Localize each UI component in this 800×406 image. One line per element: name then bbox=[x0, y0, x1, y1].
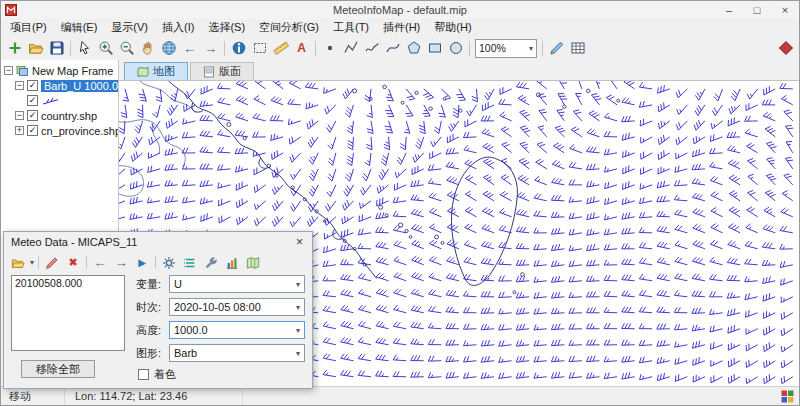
tab-map-label: 地图 bbox=[153, 64, 175, 79]
menu-item-spatial-analysis[interactable]: 空间分析(G) bbox=[252, 19, 326, 36]
maximize-button[interactable]: □ bbox=[743, 1, 771, 19]
menu-item-insert[interactable]: 插入(I) bbox=[155, 19, 201, 36]
zoom-scale-value: 100% bbox=[479, 42, 506, 54]
selection-rectangle-icon bbox=[252, 40, 268, 56]
expander-icon[interactable]: − bbox=[15, 81, 24, 90]
toolbar-separator bbox=[542, 41, 543, 56]
map-layer-button[interactable] bbox=[244, 254, 262, 272]
menu-item-selection[interactable]: 选择(S) bbox=[201, 19, 252, 36]
menu-item-help[interactable]: 帮助(H) bbox=[427, 19, 478, 36]
map-icon bbox=[246, 256, 260, 270]
pan-button[interactable] bbox=[137, 38, 158, 59]
menu-item-plugins[interactable]: 插件(H) bbox=[376, 19, 427, 36]
full-extent-button[interactable] bbox=[158, 38, 179, 59]
layer-checkbox[interactable]: ✓ bbox=[27, 110, 38, 121]
menu-item-edit[interactable]: 编辑(E) bbox=[54, 19, 105, 36]
tree-root-row[interactable]: − New Map Frame bbox=[4, 63, 118, 78]
layers-grid-icon[interactable] bbox=[781, 390, 794, 403]
plugin-button[interactable] bbox=[775, 38, 796, 59]
dialog-title-bar[interactable]: Meteo Data - MICAPS_11 × bbox=[4, 232, 312, 252]
edit-vertices-button[interactable] bbox=[546, 38, 567, 59]
legend-checkbox[interactable]: ✓ bbox=[27, 95, 38, 106]
next-time-button[interactable]: → bbox=[112, 254, 130, 272]
open-project-button[interactable] bbox=[25, 38, 46, 59]
graphic-label: 图形: bbox=[136, 346, 169, 361]
new-curve-button[interactable] bbox=[382, 38, 403, 59]
chevron-down-icon[interactable]: ▾ bbox=[30, 258, 34, 267]
menu-item-view[interactable]: 显示(V) bbox=[104, 19, 155, 36]
layer-row-barb[interactable]: − ✓ Barb_U 1000.0 2020-1 bbox=[4, 78, 118, 93]
menu-item-project[interactable]: 项目(P) bbox=[3, 19, 54, 36]
remove-all-button[interactable]: 移除全部 bbox=[21, 360, 95, 378]
label-button[interactable]: A bbox=[291, 38, 312, 59]
dialog-close-button[interactable]: × bbox=[294, 235, 305, 249]
clear-graphics-button[interactable]: ✖ bbox=[64, 254, 82, 272]
attribute-table-button[interactable] bbox=[567, 38, 588, 59]
new-freehand-button[interactable] bbox=[361, 38, 382, 59]
zoom-next-button[interactable]: → bbox=[200, 38, 221, 59]
chart-button[interactable] bbox=[223, 254, 241, 272]
toolbar-separator bbox=[315, 41, 316, 56]
new-point-button[interactable] bbox=[319, 38, 340, 59]
cursor-icon bbox=[77, 40, 93, 56]
select-element-button[interactable] bbox=[74, 38, 95, 59]
open-data-button[interactable] bbox=[9, 254, 27, 272]
new-polyline-button[interactable] bbox=[340, 38, 361, 59]
settings-button[interactable] bbox=[160, 254, 178, 272]
status-coordinates: Lon: 114.72; Lat: 23.46 bbox=[75, 390, 187, 402]
chevron-down-icon: ▾ bbox=[296, 326, 300, 335]
zoom-in-icon bbox=[98, 40, 114, 56]
minimize-button[interactable]: – bbox=[715, 1, 743, 19]
new-circle-button[interactable] bbox=[445, 38, 466, 59]
expander-icon[interactable]: − bbox=[15, 111, 24, 120]
zoom-previous-button[interactable]: ← bbox=[179, 38, 200, 59]
layer-label[interactable]: cn_province.shp bbox=[41, 125, 118, 137]
animate-button[interactable]: ▶ bbox=[133, 254, 151, 272]
identify-button[interactable] bbox=[228, 38, 249, 59]
shading-checkbox[interactable] bbox=[138, 369, 149, 380]
measure-button[interactable] bbox=[270, 38, 291, 59]
add-layer-button[interactable] bbox=[4, 38, 25, 59]
layer-row-province[interactable]: + ✓ cn_province.shp bbox=[4, 123, 118, 138]
variable-select[interactable]: U ▾ bbox=[169, 275, 305, 293]
zoom-out-icon bbox=[119, 40, 135, 56]
map-frame-icon bbox=[16, 65, 29, 77]
gear-icon bbox=[162, 256, 176, 270]
layer-legend-row[interactable]: ✓ bbox=[4, 93, 118, 108]
file-list-item[interactable]: 20100508.000 bbox=[15, 277, 121, 290]
dialog-title: Meteo Data - MICAPS_11 bbox=[11, 236, 294, 248]
tools-button[interactable] bbox=[202, 254, 220, 272]
time-label: 时次: bbox=[136, 300, 169, 315]
layer-row-country[interactable]: − ✓ country.shp bbox=[4, 108, 118, 123]
previous-time-button[interactable]: ← bbox=[91, 254, 109, 272]
layer-checkbox[interactable]: ✓ bbox=[27, 80, 38, 91]
layer-label-selected[interactable]: Barb_U 1000.0 2020-1 bbox=[41, 80, 118, 92]
graphic-select[interactable]: Barb ▾ bbox=[169, 344, 305, 362]
zoom-in-button[interactable] bbox=[95, 38, 116, 59]
zoom-out-button[interactable] bbox=[116, 38, 137, 59]
tab-map[interactable]: 地图 bbox=[124, 62, 188, 80]
expander-icon[interactable]: − bbox=[4, 66, 13, 75]
layer-checkbox[interactable]: ✓ bbox=[27, 125, 38, 136]
zoom-scale-combo[interactable]: 100% ▾ bbox=[475, 39, 537, 58]
time-select[interactable]: 2020-10-05 08:00 ▾ bbox=[169, 298, 305, 316]
new-polygon-button[interactable] bbox=[403, 38, 424, 59]
save-project-button[interactable] bbox=[46, 38, 67, 59]
toolbar-separator bbox=[38, 256, 39, 269]
new-rectangle-button[interactable] bbox=[424, 38, 445, 59]
list-icon bbox=[183, 256, 197, 270]
draw-data-button[interactable] bbox=[43, 254, 61, 272]
level-select[interactable]: 1000.0 ▾ bbox=[169, 321, 305, 339]
select-features-button[interactable] bbox=[249, 38, 270, 59]
close-button[interactable]: × bbox=[771, 1, 799, 19]
data-info-button[interactable] bbox=[181, 254, 199, 272]
level-label: 高度: bbox=[136, 323, 169, 338]
expander-icon[interactable]: + bbox=[15, 126, 24, 135]
title-bar[interactable]: MeteoInfoMap - default.mip – □ × bbox=[1, 1, 799, 19]
tab-layout[interactable]: 版面 bbox=[190, 62, 254, 80]
data-file-list[interactable]: 20100508.000 bbox=[11, 275, 125, 351]
menu-item-tools[interactable]: 工具(T) bbox=[326, 19, 376, 36]
table-icon bbox=[570, 40, 586, 56]
meteo-data-dialog[interactable]: Meteo Data - MICAPS_11 × ▾ ✖ ← → ▶ 20100… bbox=[3, 231, 313, 389]
layer-label[interactable]: country.shp bbox=[41, 110, 97, 122]
